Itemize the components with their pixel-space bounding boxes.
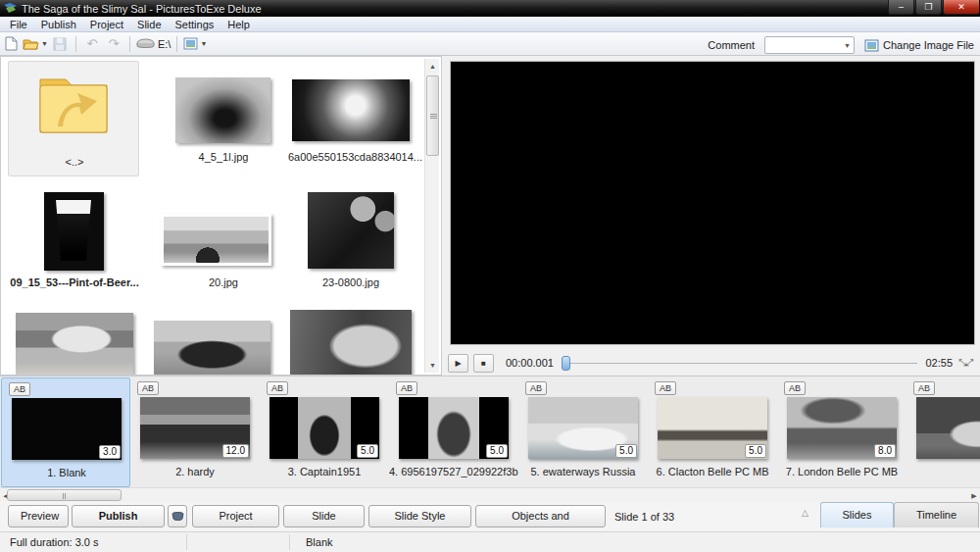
slide-item-1[interactable]: 3.0 AB 1. Blank — [1, 377, 130, 487]
play-button[interactable]: ▶ — [448, 354, 468, 373]
comment-combobox[interactable]: ▼ — [764, 36, 855, 54]
collapse-strip-button[interactable]: △ — [802, 508, 808, 518]
maximize-button[interactable]: ❐ — [915, 0, 942, 15]
slide-duration-badge: 5.0 — [357, 444, 378, 458]
toolbar-separator — [176, 36, 177, 52]
scroll-right-arrow[interactable]: ▶ — [968, 488, 980, 503]
file-thumbnail[interactable] — [16, 313, 133, 376]
scrollbar-thumb[interactable] — [7, 489, 122, 501]
total-time: 02:55 — [925, 357, 953, 369]
slide-duration-badge: 12.0 — [222, 444, 249, 458]
menu-bar: File Publish Project Slide Settings Help — [0, 17, 980, 32]
open-folder-icon — [23, 37, 39, 51]
transition-ab-badge[interactable]: AB — [784, 381, 806, 395]
transition-ab-badge[interactable]: AB — [9, 382, 30, 396]
transition-ab-badge[interactable]: AB — [655, 381, 676, 395]
transition-ab-badge[interactable]: AB — [137, 381, 159, 395]
menu-project[interactable]: Project — [83, 17, 130, 32]
transition-ab-badge[interactable]: AB — [396, 381, 417, 395]
transition-ab-badge[interactable]: AB — [913, 381, 935, 395]
status-separator — [289, 534, 290, 550]
slide-list: 3.0 AB 1. Blank 12.0 AB 2. hardy 5.0 AB … — [0, 376, 980, 487]
chevron-down-icon[interactable]: ▼ — [844, 42, 851, 49]
slide-item-7[interactable]: 8.0 AB 7. London Belle PC MB — [777, 377, 906, 487]
slide-item-3[interactable]: 5.0 AB 3. Captain1951 — [260, 377, 389, 487]
file-panel-scrollbar[interactable]: ▲ ▼ — [424, 59, 439, 373]
file-name: 20.jpg — [161, 276, 286, 288]
parent-folder-label: <..> — [9, 156, 140, 168]
menu-slide[interactable]: Slide — [130, 17, 168, 32]
slide-item-5[interactable]: 5.0 AB 5. ewaterways Russia — [518, 377, 648, 487]
tab-slides[interactable]: Slides — [820, 502, 894, 527]
scrollbar-thumb[interactable] — [426, 75, 439, 156]
menu-help[interactable]: Help — [220, 17, 257, 32]
change-image-file-button[interactable]: Change Image File — [864, 39, 974, 52]
file-thumbnail[interactable] — [175, 77, 270, 143]
open-dropdown-arrow[interactable]: ▼ — [41, 40, 48, 47]
file-thumbnail[interactable] — [308, 192, 394, 269]
slide-item-6[interactable]: 5.0 AB 6. Clacton Belle PC MB — [648, 377, 777, 487]
slide-style-button[interactable]: Slide Style — [368, 505, 471, 527]
transition-ab-badge[interactable]: AB — [267, 381, 288, 395]
seek-handle[interactable] — [562, 356, 570, 371]
view-mode-button[interactable]: ▼ — [183, 34, 207, 54]
minimize-button[interactable]: – — [888, 0, 914, 15]
slide-duration-badge: 3.0 — [99, 445, 121, 459]
quick-publish-button[interactable] — [168, 505, 187, 527]
stop-button[interactable]: ■ — [473, 354, 494, 373]
open-project-button[interactable]: ▼ — [23, 34, 48, 54]
menu-settings[interactable]: Settings — [169, 17, 221, 32]
slide-name: 5. ewaterways Russia — [518, 466, 648, 477]
file-name: 4_5_1l.jpg — [161, 151, 286, 163]
fullscreen-icon[interactable]: ⤡⤢ — [958, 357, 972, 369]
preview-button[interactable]: Preview — [8, 505, 69, 527]
scroll-down-arrow[interactable]: ▼ — [425, 358, 440, 373]
close-button[interactable]: ✕ — [943, 0, 980, 15]
change-image-file-label: Change Image File — [883, 39, 974, 51]
menu-file[interactable]: File — [3, 17, 34, 32]
slide-item-2[interactable]: 12.0 AB 2. hardy — [130, 377, 260, 487]
project-options-button[interactable]: Project Options — [192, 505, 279, 527]
seek-track[interactable] — [562, 363, 918, 364]
new-project-button[interactable] — [1, 34, 21, 54]
file-thumbnail[interactable] — [154, 321, 270, 376]
transition-ab-badge[interactable]: AB — [525, 381, 547, 395]
slide-item-4[interactable]: 5.0 AB 4. 6956197527_029922f3b... — [389, 377, 518, 487]
parent-folder-item[interactable]: <..> — [8, 61, 139, 176]
playback-bar: ▶ ■ 00:00.001 02:55 ⤡⤢ — [443, 350, 980, 376]
file-thumbnail[interactable] — [161, 214, 271, 266]
comment-area: Comment ▼ Change Image File — [708, 35, 974, 55]
slide-strip-scrollbar[interactable]: ◀ ▶ — [0, 487, 980, 502]
scroll-up-arrow[interactable]: ▲ — [425, 59, 440, 74]
slide-options-button[interactable]: Slide Options — [283, 505, 365, 527]
file-thumbnail[interactable] — [292, 79, 410, 141]
menu-publish[interactable]: Publish — [34, 17, 83, 32]
tab-timeline[interactable]: Timeline — [894, 502, 979, 527]
application-window: The Saga of the Slimy Sal - PicturesToEx… — [0, 0, 980, 552]
redo-button[interactable]: ↷ — [104, 34, 123, 54]
new-document-icon — [5, 36, 18, 51]
drive-selector-button[interactable]: E:\ — [136, 34, 171, 54]
file-browser-panel: <..> 4_5_1l.jpg 6a00e550153cda8834014...… — [0, 56, 442, 376]
slide-item-8[interactable]: AB 8. parky_ — [906, 377, 980, 487]
slide-name: 6. Clacton Belle PC MB — [648, 466, 777, 477]
save-icon — [53, 37, 67, 51]
save-project-button[interactable] — [50, 34, 70, 54]
file-thumbnail[interactable] — [290, 310, 412, 376]
slide-duration-badge: 5.0 — [615, 444, 637, 458]
toolbar-separator — [129, 36, 130, 52]
objects-and-animation-button[interactable]: Objects and Animation — [475, 505, 606, 527]
file-thumbnail[interactable] — [44, 192, 104, 271]
file-name: 23-0800.jpg — [288, 276, 414, 288]
slide-name: 1. Blank — [2, 467, 131, 478]
preview-panel: ▶ ■ 00:00.001 02:55 ⤡⤢ — [443, 56, 980, 376]
publish-show-button[interactable]: Publish Show — [72, 505, 165, 527]
publish-device-icon — [172, 511, 184, 522]
slide-name: 2. hardy — [130, 466, 260, 477]
seek-slider[interactable] — [562, 355, 918, 371]
status-separator — [186, 534, 187, 550]
view-dropdown-arrow[interactable]: ▼ — [200, 40, 207, 47]
undo-button[interactable]: ↶ — [82, 34, 102, 54]
preview-screen[interactable] — [450, 61, 975, 345]
title-bar[interactable]: The Saga of the Slimy Sal - PicturesToEx… — [0, 0, 980, 17]
